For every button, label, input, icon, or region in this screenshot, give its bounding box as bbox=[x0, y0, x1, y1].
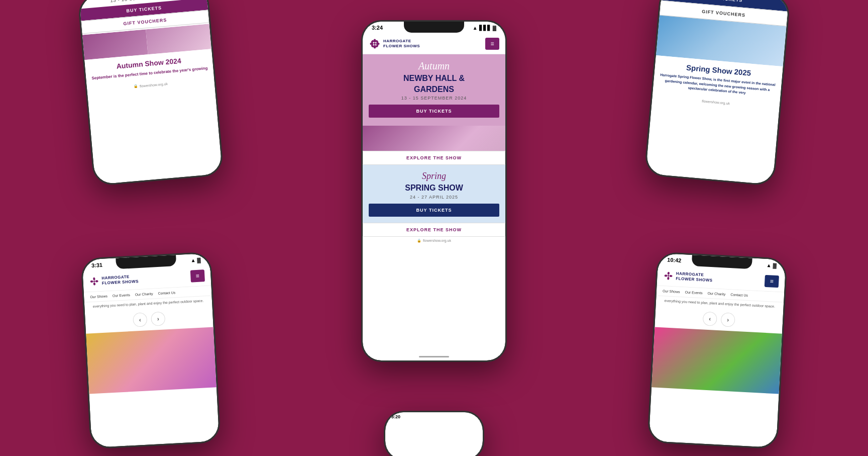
autumn-show-date-2: 13 - 15 SEPTEMBER 2024 bbox=[369, 96, 499, 101]
autumn-script-label: Autumn bbox=[369, 60, 499, 72]
signal-icon: ▋▋▋ bbox=[479, 25, 491, 31]
autumn-section-2: Autumn NEWBY HALL & GARDENS 13 - 15 SEPT… bbox=[363, 54, 505, 126]
hfs-menu-btn-2[interactable]: ≡ bbox=[485, 38, 499, 50]
phone-top-left: 13 - 15 SEPTEMBER 2024 BUY TICKETS GIFT … bbox=[77, 0, 224, 187]
hfs-logo-text-2: HARROGATE FLOWER SHOWS bbox=[383, 39, 420, 48]
status-time-6: 3:20 bbox=[391, 414, 400, 419]
lock-icon-1: 🔒 bbox=[134, 84, 139, 88]
home-bar-2 bbox=[419, 356, 449, 357]
svg-point-12 bbox=[90, 281, 93, 283]
lock-icon-2: 🔒 bbox=[417, 239, 421, 243]
status-time-5: 10:42 bbox=[667, 257, 682, 263]
svg-point-14 bbox=[668, 275, 670, 277]
svg-point-11 bbox=[93, 283, 95, 286]
autumn-venue-line1: NEWBY HALL & bbox=[369, 74, 499, 83]
harrogate-logo-icon bbox=[369, 38, 381, 50]
battery-icon: ▓ bbox=[493, 25, 496, 31]
nav-our-events-4[interactable]: Our Events bbox=[111, 292, 133, 299]
explore-show-btn-2[interactable]: EXPLORE THE SHOW bbox=[363, 223, 505, 237]
svg-point-18 bbox=[670, 275, 673, 277]
harrogate-logo-icon-4 bbox=[89, 276, 99, 287]
phone-screen-3: BUY TICKETS GIFT VOUCHERS Spring Show 20… bbox=[645, 0, 789, 185]
url-text-1: flowershow.org.uk bbox=[140, 82, 168, 88]
phone-screen-1: 13 - 15 SEPTEMBER 2024 BUY TICKETS GIFT … bbox=[79, 0, 223, 185]
hfs-logo-line1: HARROGATE bbox=[383, 39, 420, 44]
carousel-next-btn-5[interactable]: › bbox=[721, 312, 735, 327]
spring-script-label: Spring bbox=[369, 171, 499, 181]
hfs-logo-4: HARROGATE FLOWER SHOWS bbox=[89, 274, 139, 287]
nav-our-shows-5[interactable]: Our Shows bbox=[661, 288, 682, 295]
hfs-menu-btn-5[interactable]: ≡ bbox=[765, 275, 779, 288]
nav-our-charity-4[interactable]: Our Charity bbox=[133, 291, 155, 297]
autumn-flower-image bbox=[363, 126, 505, 151]
carousel-prev-btn-4[interactable]: ‹ bbox=[133, 312, 147, 327]
status-bar-6: 3:20 bbox=[385, 412, 483, 421]
buy-tickets-spring-btn[interactable]: BUY TICKETS bbox=[369, 204, 499, 217]
battery-icon-5: ▓ bbox=[773, 262, 777, 268]
phone-top-right: BUY TICKETS GIFT VOUCHERS Spring Show 20… bbox=[644, 0, 791, 187]
wifi-icon-4: ▲ bbox=[190, 257, 195, 263]
svg-point-15 bbox=[668, 272, 670, 275]
nav-contact-us-5[interactable]: Contact Us bbox=[728, 292, 750, 298]
url-text-2: flowershow.org.uk bbox=[423, 239, 451, 242]
carousel-flower-image-4 bbox=[86, 327, 216, 394]
svg-point-1 bbox=[374, 39, 376, 43]
buy-tickets-btn-2[interactable]: BUY TICKETS bbox=[369, 105, 499, 118]
svg-point-16 bbox=[667, 277, 669, 280]
spring-show-date: 24 - 27 APRIL 2025 bbox=[369, 195, 499, 200]
nav-our-charity-5[interactable]: Our Charity bbox=[705, 291, 727, 297]
hfs-logo-2: HARROGATE FLOWER SHOWS bbox=[369, 38, 420, 50]
phone-screen-4: 3:31 ▲ ▓ HARROGATE bbox=[82, 253, 219, 448]
carousel-next-btn-4[interactable]: › bbox=[151, 311, 165, 326]
status-time-4: 3:31 bbox=[91, 262, 103, 268]
battery-icon-4: ▓ bbox=[197, 257, 201, 262]
svg-point-17 bbox=[665, 275, 668, 277]
svg-point-9 bbox=[93, 281, 95, 283]
spring-section-2: Spring SPRING SHOW 24 - 27 APRIL 2025 BU… bbox=[363, 165, 505, 223]
spring-show-title: SPRING SHOW bbox=[369, 184, 499, 193]
hfs-menu-btn-4[interactable]: ≡ bbox=[190, 269, 205, 282]
svg-point-4 bbox=[376, 43, 380, 45]
carousel-prev-btn-5[interactable]: ‹ bbox=[703, 311, 717, 326]
autumn-venue-line2: GARDENS bbox=[369, 85, 499, 94]
phone-bottom-center: 3:20 bbox=[384, 411, 484, 456]
harrogate-logo-icon-5 bbox=[663, 270, 674, 281]
nav-our-shows-4[interactable]: Our Shows bbox=[88, 293, 110, 300]
wifi-icon-5: ▲ bbox=[767, 262, 772, 268]
status-icons-5: ▲ ▓ bbox=[767, 262, 777, 268]
carousel-flower-image-5 bbox=[652, 327, 782, 394]
svg-point-3 bbox=[370, 43, 374, 45]
hfs-header-2: HARROGATE FLOWER SHOWS ≡ bbox=[363, 34, 505, 54]
status-time-2: 3:24 bbox=[372, 25, 383, 31]
phone-center-main: 3:24 ▲ ▋▋▋ ▓ bbox=[361, 20, 507, 362]
wifi-icon: ▲ bbox=[473, 25, 478, 31]
hfs-logo-text-4: HARROGATE FLOWER SHOWS bbox=[101, 274, 139, 286]
page-background: 13 - 15 SEPTEMBER 2024 BUY TICKETS GIFT … bbox=[0, 0, 868, 456]
hfs-logo-line2: FLOWER SHOWS bbox=[383, 44, 420, 49]
explore-show-btn-1[interactable]: EXPLORE THE SHOW bbox=[363, 151, 505, 165]
svg-point-13 bbox=[95, 280, 98, 282]
svg-point-10 bbox=[93, 278, 95, 281]
nav-contact-us-4[interactable]: Contact Us bbox=[156, 290, 177, 296]
hfs-logo-text-5: HARROGATE FLOWER SHOWS bbox=[676, 271, 713, 283]
phone-bottom-right: 10:42 ▲ ▓ HARROGATE bbox=[647, 251, 788, 449]
nav-our-events-5[interactable]: Our Events bbox=[683, 289, 705, 296]
status-icons-2: ▲ ▋▋▋ ▓ bbox=[473, 25, 496, 31]
phone-bottom-left: 3:31 ▲ ▓ HARROGATE bbox=[80, 251, 221, 449]
svg-point-2 bbox=[374, 45, 376, 49]
svg-point-0 bbox=[374, 43, 376, 45]
status-icons-4: ▲ ▓ bbox=[190, 257, 201, 263]
url-bar-2: 🔒 flowershow.org.uk bbox=[363, 237, 505, 245]
phone-notch-2 bbox=[404, 22, 464, 33]
phone-screen-5: 10:42 ▲ ▓ HARROGATE bbox=[648, 253, 786, 448]
hfs-logo-5: HARROGATE FLOWER SHOWS bbox=[663, 270, 713, 283]
phone-screen-6: 3:20 bbox=[385, 412, 483, 456]
phone-screen-2: 3:24 ▲ ▋▋▋ ▓ bbox=[363, 22, 505, 360]
